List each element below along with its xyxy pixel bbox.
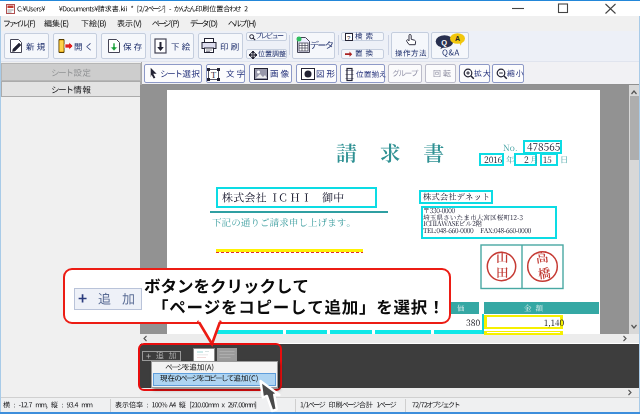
svg-text:A: A	[455, 35, 460, 42]
svg-text:Q: Q	[441, 38, 447, 47]
svg-text:T: T	[211, 70, 217, 80]
